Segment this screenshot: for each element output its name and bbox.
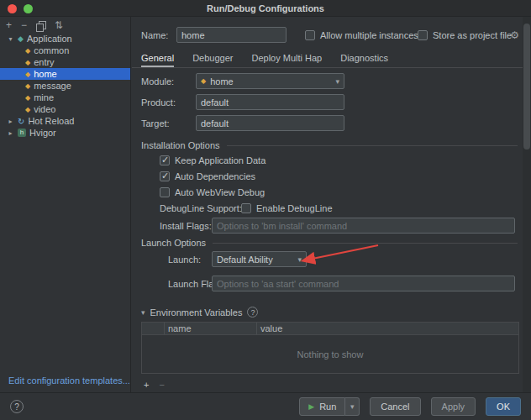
add-configuration-icon[interactable]: + bbox=[6, 20, 12, 30]
chevron-down-icon: ▾ bbox=[335, 77, 339, 86]
module-select[interactable]: ◆ home ▾ bbox=[196, 73, 344, 89]
add-variable-icon[interactable]: + bbox=[144, 380, 149, 390]
run-options-dropdown[interactable]: ▾ bbox=[345, 397, 360, 416]
environment-variables-section[interactable]: ▾ Environment Variables ? bbox=[141, 306, 258, 318]
module-icon: ◆ bbox=[25, 47, 30, 55]
debugline-support-label: DebugLine Support: bbox=[160, 203, 241, 213]
run-button[interactable]: ▶ Run bbox=[299, 397, 345, 416]
chevron-right-icon[interactable]: ▸ bbox=[7, 129, 14, 137]
application-icon: ◆ bbox=[18, 34, 24, 43]
product-input[interactable] bbox=[196, 94, 344, 110]
tree-item-message[interactable]: ◆ message bbox=[0, 80, 130, 92]
remove-variable-icon[interactable]: − bbox=[159, 380, 164, 390]
tree-item-application[interactable]: ▾ ◆ Application bbox=[0, 33, 130, 45]
tree-item-common[interactable]: ◆ common bbox=[0, 45, 130, 56]
scrollbar-thumb[interactable] bbox=[523, 24, 530, 150]
tab-general[interactable]: General bbox=[141, 50, 174, 67]
chevron-down-icon: ▾ bbox=[297, 255, 302, 264]
store-as-project-file-option: Store as project file bbox=[418, 30, 512, 40]
tree-item-hot-reload[interactable]: ▸ ↻ Hot Reload bbox=[0, 115, 130, 127]
apply-button[interactable]: Apply bbox=[431, 397, 476, 416]
enable-debugline-checkbox[interactable] bbox=[241, 203, 251, 213]
chevron-down-icon[interactable]: ▾ bbox=[141, 308, 145, 317]
help-icon[interactable]: ? bbox=[247, 307, 258, 318]
install-flags-label: Install Flags: bbox=[160, 221, 212, 231]
auto-webview-debug-checkbox[interactable] bbox=[160, 187, 170, 197]
table-header-selector-column bbox=[142, 323, 165, 334]
tree-item-label: video bbox=[34, 104, 55, 114]
tree-item-label: home bbox=[34, 69, 57, 79]
tab-diagnostics[interactable]: Diagnostics bbox=[340, 50, 388, 67]
run-button-label: Run bbox=[319, 402, 336, 412]
edit-configuration-templates-link[interactable]: Edit configuration templates... bbox=[8, 375, 130, 386]
section-divider bbox=[227, 145, 518, 146]
configurations-sidebar: + − ⇅ ▾ ◆ Application ◆ common ◆ entry ◆… bbox=[0, 17, 131, 392]
cancel-button[interactable]: Cancel bbox=[370, 397, 420, 416]
chevron-down-icon[interactable]: ▾ bbox=[7, 35, 14, 43]
tab-debugger[interactable]: Debugger bbox=[192, 50, 233, 67]
auto-webview-debug-label: Auto WebView Debug bbox=[175, 187, 265, 197]
table-header-name[interactable]: name bbox=[165, 323, 257, 334]
module-icon: ◆ bbox=[25, 82, 30, 90]
allow-multiple-instances-option: Allow multiple instances bbox=[305, 30, 418, 40]
gear-icon[interactable]: ⚙ bbox=[510, 29, 519, 41]
target-input[interactable] bbox=[196, 115, 344, 131]
run-split-button: ▶ Run ▾ bbox=[299, 397, 360, 416]
tree-item-mine[interactable]: ◆ mine bbox=[0, 92, 130, 103]
table-header-value[interactable]: value bbox=[257, 323, 518, 334]
help-icon[interactable]: ? bbox=[10, 400, 24, 413]
titlebar: Run/Debug Configurations bbox=[0, 0, 531, 17]
ok-button[interactable]: OK bbox=[486, 397, 521, 416]
allow-multiple-instances-label: Allow multiple instances bbox=[320, 30, 418, 40]
product-row: Product: bbox=[141, 94, 519, 111]
launch-select[interactable]: Default Ability ▾ bbox=[212, 251, 307, 267]
zoom-window-icon[interactable] bbox=[24, 4, 33, 13]
store-as-project-file-checkbox[interactable] bbox=[418, 30, 428, 40]
keep-application-data-option: Keep Application Data bbox=[160, 155, 266, 166]
remove-configuration-icon[interactable]: − bbox=[21, 20, 27, 30]
tree-item-label: Hvigor bbox=[29, 128, 56, 138]
enable-debugline-label: Enable DebugLine bbox=[256, 203, 333, 213]
tree-item-home-selected[interactable]: ◆ home bbox=[0, 68, 130, 80]
close-window-icon[interactable] bbox=[8, 4, 17, 13]
launch-flags-input[interactable] bbox=[212, 276, 515, 291]
enable-debugline-option: Enable DebugLine bbox=[241, 203, 333, 213]
tree-item-label: Hot Reload bbox=[28, 116, 74, 126]
name-input[interactable] bbox=[176, 27, 287, 43]
product-label: Product: bbox=[141, 97, 176, 108]
tree-item-video[interactable]: ◆ video bbox=[0, 103, 130, 115]
section-divider bbox=[213, 243, 518, 244]
tree-item-label: entry bbox=[34, 57, 54, 67]
tree-item-label: Application bbox=[27, 34, 72, 44]
auto-dependencies-checkbox[interactable] bbox=[160, 171, 170, 181]
table-empty-state: Nothing to show bbox=[142, 335, 518, 373]
chevron-down-icon: ▾ bbox=[350, 402, 355, 411]
tree-item-entry[interactable]: ◆ entry bbox=[0, 56, 130, 68]
debugline-support-row: DebugLine Support: Enable DebugLine bbox=[160, 202, 333, 214]
keep-application-data-label: Keep Application Data bbox=[175, 155, 266, 165]
name-row: Name: Allow multiple instances Store as … bbox=[141, 27, 519, 44]
configuration-editor: Name: Allow multiple instances Store as … bbox=[132, 17, 523, 392]
table-header: name value bbox=[142, 323, 518, 335]
target-label: Target: bbox=[141, 118, 170, 129]
install-flags-input[interactable] bbox=[212, 218, 515, 234]
launch-flags-row: Launch Flags: bbox=[168, 276, 519, 291]
tree-item-hvigor[interactable]: ▸ h Hvigor bbox=[0, 127, 130, 139]
tab-deploy-multi-hap[interactable]: Deploy Multi Hap bbox=[251, 50, 322, 67]
run-debug-configurations-dialog: Run/Debug Configurations + − ⇅ ▾ ◆ Appli… bbox=[0, 0, 531, 420]
installation-options-title: Installation Options bbox=[141, 140, 220, 150]
launch-select-value: Default Ability bbox=[217, 255, 273, 265]
keep-application-data-checkbox[interactable] bbox=[160, 155, 170, 165]
empty-message: Nothing to show bbox=[297, 349, 364, 360]
chevron-right-icon[interactable]: ▸ bbox=[7, 118, 14, 125]
sort-configurations-icon[interactable]: ⇅ bbox=[55, 20, 63, 30]
vertical-scrollbar[interactable] bbox=[523, 17, 531, 392]
allow-multiple-instances-checkbox[interactable] bbox=[305, 30, 315, 40]
module-label: Module: bbox=[141, 76, 174, 87]
tree-item-label: message bbox=[34, 81, 71, 91]
environment-variables-title: Environment Variables bbox=[150, 307, 243, 318]
window-title: Run/Debug Configurations bbox=[207, 3, 324, 13]
copy-configuration-icon[interactable] bbox=[36, 21, 45, 30]
install-flags-row: Install Flags: bbox=[160, 218, 519, 234]
play-icon: ▶ bbox=[308, 402, 314, 411]
